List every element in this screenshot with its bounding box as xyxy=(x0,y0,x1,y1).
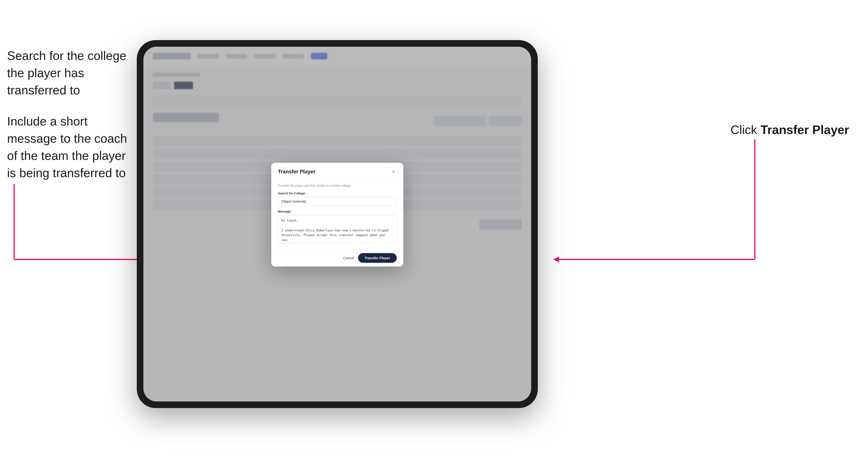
message-textarea[interactable] xyxy=(278,215,397,243)
annotation-search-text: Search for the college the player has tr… xyxy=(7,47,130,99)
modal-footer: Cancel Transfer Player xyxy=(271,249,403,267)
message-label: Message xyxy=(278,210,397,213)
transfer-player-button[interactable]: Transfer Player xyxy=(358,253,397,263)
annotation-right: Click Transfer Player xyxy=(731,123,849,137)
annotation-left: Search for the college the player has tr… xyxy=(7,47,130,196)
modal-title: Transfer Player xyxy=(278,168,315,175)
annotation-transfer-player-text: Transfer Player xyxy=(761,123,849,136)
tablet-screen: Transfer Player × Transfer the player an… xyxy=(144,47,531,401)
annotation-click-text: Click xyxy=(731,123,761,136)
annotation-message-text: Include a short message to the coach of … xyxy=(7,113,130,181)
search-college-label: Search for College xyxy=(278,191,397,195)
modal-body: Transfer the player and their profile to… xyxy=(271,179,403,249)
cancel-button[interactable]: Cancel xyxy=(343,256,354,260)
modal-subtitle: Transfer the player and their profile to… xyxy=(278,184,397,187)
svg-marker-5 xyxy=(553,257,559,262)
search-college-input[interactable] xyxy=(278,197,397,206)
modal-header: Transfer Player × xyxy=(271,163,403,179)
modal-close-button[interactable]: × xyxy=(390,168,397,175)
tablet-frame: Transfer Player × Transfer the player an… xyxy=(137,40,538,408)
transfer-player-modal: Transfer Player × Transfer the player an… xyxy=(271,163,403,267)
modal-overlay: Transfer Player × Transfer the player an… xyxy=(144,47,531,401)
